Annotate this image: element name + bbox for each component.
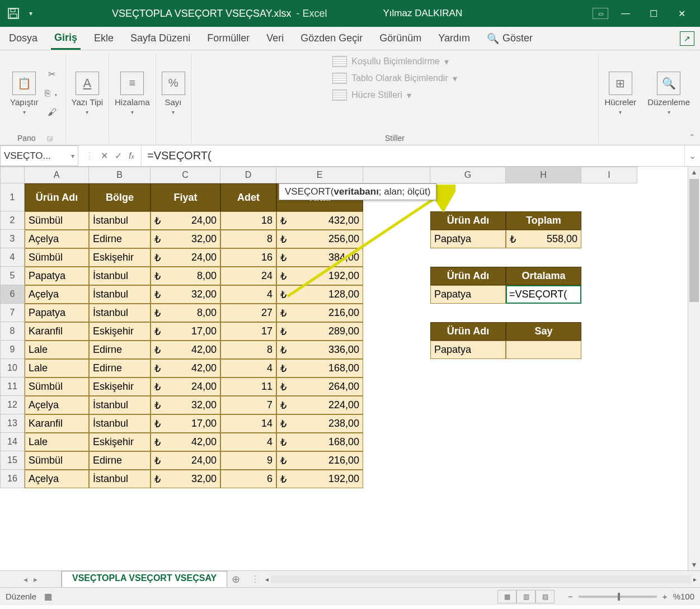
cell-H5[interactable]: Ortalama [506, 267, 581, 285]
cell-G9[interactable]: Papatya [430, 341, 506, 359]
cell-E10[interactable]: ₺168,00 [276, 359, 363, 377]
cell-E7[interactable]: ₺216,00 [276, 304, 363, 322]
cell-E13[interactable]: ₺238,00 [276, 414, 363, 433]
tab-formulas[interactable]: Formüller [204, 28, 253, 49]
cell-A9[interactable]: Lale [25, 341, 89, 359]
tab-help[interactable]: Yardım [435, 28, 473, 49]
cell-E8[interactable]: ₺289,00 [276, 322, 363, 341]
row-header-6[interactable]: 6 [0, 285, 25, 304]
column-header-H[interactable]: H [506, 167, 581, 183]
cell-H3[interactable]: ₺558,00 [506, 230, 581, 248]
cell-C11[interactable]: ₺24,00 [151, 377, 220, 396]
tab-home[interactable]: Giriş [51, 27, 81, 50]
page-layout-view-button[interactable]: ▥ [516, 590, 535, 603]
cell-A10[interactable]: Lale [25, 359, 89, 377]
cell-E5[interactable]: ₺192,00 [276, 267, 363, 285]
cell-C4[interactable]: ₺24,00 [151, 248, 220, 267]
editing-button[interactable]: 🔍 Düzenleme ▾ [647, 72, 690, 115]
cell-H8[interactable]: Say [506, 322, 581, 341]
tab-data[interactable]: Veri [263, 28, 287, 49]
scroll-down-icon[interactable]: ▼ [688, 559, 700, 570]
cell-C14[interactable]: ₺42,00 [151, 433, 220, 451]
cell-B8[interactable]: Eskişehir [89, 322, 151, 341]
cell-A5[interactable]: Papatya [25, 267, 89, 285]
new-sheet-button[interactable]: ⊕ [227, 571, 244, 587]
cell-D13[interactable]: 14 [220, 414, 276, 433]
font-button[interactable]: A Yazı Tipi ▾ [72, 72, 103, 115]
cell-A8[interactable]: Karanfil [25, 322, 89, 341]
fx-icon[interactable]: fx [129, 151, 134, 161]
cell-B10[interactable]: Edirne [89, 359, 151, 377]
tab-search[interactable]: 🔍 Göster [483, 28, 536, 49]
tab-file[interactable]: Dosya [6, 28, 41, 49]
row-header-4[interactable]: 4 [0, 248, 25, 267]
cell-A14[interactable]: Lale [25, 433, 89, 451]
row-header-8[interactable]: 8 [0, 322, 25, 341]
cell-C5[interactable]: ₺8,00 [151, 267, 220, 285]
cell-H6[interactable]: =VSEÇORT( [506, 285, 581, 304]
cell-A11[interactable]: Sümbül [25, 377, 89, 396]
sheet-tab[interactable]: VSEÇTOPLA VSEÇORT VSEÇSAY [62, 571, 227, 587]
cell-B15[interactable]: Edirne [89, 451, 151, 470]
cell-D14[interactable]: 4 [220, 433, 276, 451]
cell-B3[interactable]: Edirne [89, 230, 151, 248]
cell-B9[interactable]: Edirne [89, 341, 151, 359]
enter-formula-button[interactable]: ✓ [115, 150, 122, 161]
qat-dropdown-icon[interactable]: ▾ [22, 10, 39, 17]
collapse-ribbon-icon[interactable]: ⌃ [689, 133, 696, 141]
cell-G8[interactable]: Ürün Adı [430, 322, 506, 341]
cell-A4[interactable]: Sümbül [25, 248, 89, 267]
cell-D3[interactable]: 8 [220, 230, 276, 248]
cell-D6[interactable]: 4 [220, 285, 276, 304]
minimize-button[interactable]: — [612, 0, 640, 27]
cell-D15[interactable]: 9 [220, 451, 276, 470]
cell-A7[interactable]: Papatya [25, 304, 89, 322]
cell-B4[interactable]: Eskişehir [89, 248, 151, 267]
tab-insert[interactable]: Ekle [91, 28, 117, 49]
tab-review[interactable]: Gözden Geçir [297, 28, 366, 49]
cell-D8[interactable]: 17 [220, 322, 276, 341]
vertical-scrollbar[interactable]: ▲ ▼ [688, 167, 700, 570]
row-header-12[interactable]: 12 [0, 396, 25, 414]
cell-D7[interactable]: 27 [220, 304, 276, 322]
column-header-G[interactable]: G [430, 167, 506, 183]
scrollbar-thumb[interactable] [689, 179, 699, 302]
cell-E16[interactable]: ₺192,00 [276, 470, 363, 488]
close-button[interactable]: ✕ [668, 0, 696, 27]
cell-B2[interactable]: İstanbul [89, 211, 151, 230]
ribbon-display-options-icon[interactable]: ▭ [593, 8, 608, 19]
cell-A12[interactable]: Açelya [25, 396, 89, 414]
cell-B12[interactable]: İstanbul [89, 396, 151, 414]
cell-B6[interactable]: İstanbul [89, 285, 151, 304]
cell-D1[interactable]: Adet [220, 183, 276, 211]
cell-E9[interactable]: ₺336,00 [276, 341, 363, 359]
column-header-B[interactable]: B [89, 167, 151, 183]
row-header-7[interactable]: 7 [0, 304, 25, 322]
column-header-D[interactable]: D [220, 167, 276, 183]
row-header-2[interactable]: 2 [0, 211, 25, 230]
cell-A6[interactable]: Açelya [25, 285, 89, 304]
row-header-3[interactable]: 3 [0, 230, 25, 248]
cell-D2[interactable]: 18 [220, 211, 276, 230]
cut-button[interactable]: ✂ [44, 67, 60, 82]
cell-G2[interactable]: Ürün Adı [430, 211, 506, 230]
alignment-button[interactable]: ≡ Hizalama ▾ [115, 72, 150, 115]
cell-B11[interactable]: Eskişehir [89, 377, 151, 396]
cell-C3[interactable]: ₺32,00 [151, 230, 220, 248]
dialog-launcher-icon[interactable]: ◲ [47, 135, 53, 142]
cell-C7[interactable]: ₺8,00 [151, 304, 220, 322]
cell-C15[interactable]: ₺24,00 [151, 451, 220, 470]
format-painter-button[interactable]: 🖌 [44, 105, 60, 120]
cell-G3[interactable]: Papatya [430, 230, 506, 248]
cell-C13[interactable]: ₺17,00 [151, 414, 220, 433]
column-header-I[interactable]: I [581, 167, 637, 183]
cell-C12[interactable]: ₺32,00 [151, 396, 220, 414]
row-header-1[interactable]: 1 [0, 183, 25, 211]
cell-D5[interactable]: 24 [220, 267, 276, 285]
cell-C6[interactable]: ₺32,00 [151, 285, 220, 304]
number-button[interactable]: % Sayı ▾ [162, 72, 185, 115]
zoom-slider[interactable] [579, 596, 657, 598]
cell-D12[interactable]: 7 [220, 396, 276, 414]
cell-D4[interactable]: 16 [220, 248, 276, 267]
column-header-E[interactable]: E [276, 167, 363, 183]
